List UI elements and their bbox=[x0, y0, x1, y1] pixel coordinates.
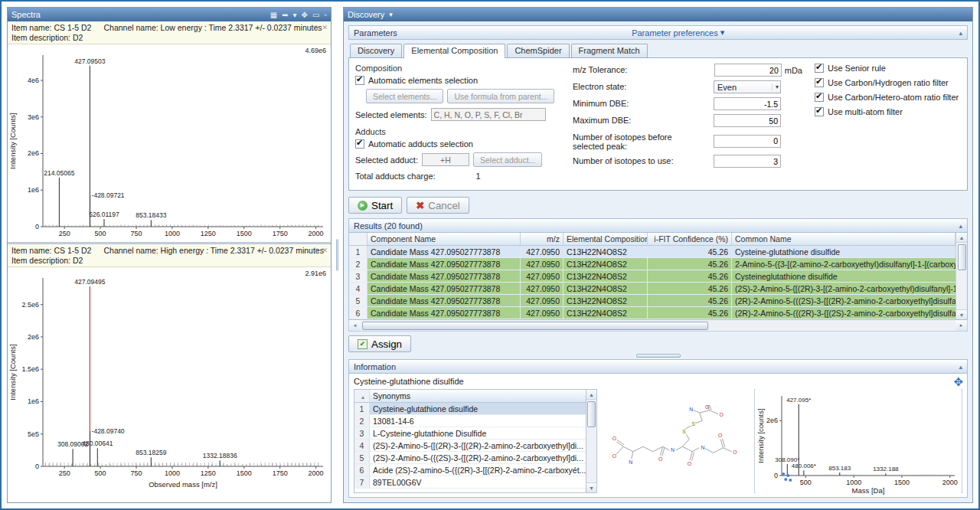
table-row[interactable]: 3 Candidate Mass 427.095027773878 427.09… bbox=[349, 270, 956, 283]
tab-chemspider[interactable]: ChemSpider bbox=[507, 44, 569, 58]
window-minimize-icon[interactable]: ▫ bbox=[324, 11, 327, 19]
collapse-icon[interactable]: ▴ bbox=[959, 29, 962, 37]
parameter-preferences-link[interactable]: Parameter preferences ▾ bbox=[632, 28, 724, 38]
checkbox-checked-icon[interactable]: ✔ bbox=[815, 78, 824, 87]
dropdown-icon[interactable]: ▾ bbox=[389, 11, 393, 18]
checkbox-checked-icon[interactable]: ✔ bbox=[815, 107, 824, 116]
column-mz[interactable]: m/z bbox=[521, 233, 564, 245]
dropdown-icon[interactable]: ▾ bbox=[293, 11, 297, 19]
export-icon[interactable]: ➥ bbox=[282, 11, 288, 19]
hetero-ratio-checkbox-row[interactable]: ✔ Use Carbon/Hetero-atom ratio filter bbox=[815, 93, 961, 102]
close-icon[interactable]: ✕ bbox=[322, 23, 328, 33]
column-common-name[interactable]: Common Name bbox=[732, 233, 956, 245]
mz-tolerance-field[interactable] bbox=[714, 64, 782, 77]
checkbox-checked-icon[interactable]: ✔ bbox=[815, 64, 824, 73]
list-item[interactable]: 4 (2S)-2-Amino-5-{[(2R)-3-{[(2R)-2-amino… bbox=[354, 440, 586, 452]
collapse-icon[interactable]: ▴ bbox=[959, 222, 962, 230]
tab-elemental-composition[interactable]: Elemental Composition bbox=[403, 44, 505, 58]
svg-text:427.095*: 427.095* bbox=[786, 397, 811, 404]
selected-elements-field[interactable] bbox=[431, 108, 546, 121]
elemental-composition-tab-body: Composition ✔ Automatic elements selecti… bbox=[348, 57, 968, 191]
results-vertical-scrollbar[interactable]: ▲ ▼ bbox=[956, 233, 967, 319]
adducts-group: Adducts ✔ Automatic adducts selection Se… bbox=[355, 127, 564, 181]
tab-discovery[interactable]: Discovery bbox=[350, 44, 402, 58]
discovery-title[interactable]: Discovery bbox=[348, 10, 384, 19]
column-ifit-confidence[interactable]: i-FIT Confidence (%) bbox=[648, 233, 732, 245]
ch-ratio-checkbox-row[interactable]: ✔ Use Carbon/Hydrogen ratio filter bbox=[815, 78, 961, 87]
multi-atom-checkbox-row[interactable]: ✔ Use multi-atom filter bbox=[815, 107, 961, 116]
select-elements-button[interactable]: Select elements... bbox=[366, 89, 443, 103]
table-row[interactable]: 2 Candidate Mass 427.095027773878 427.09… bbox=[349, 258, 956, 270]
scroll-up-icon[interactable]: ▲ bbox=[956, 233, 967, 243]
list-item[interactable]: 1 Cysteine-glutathione disulfide bbox=[354, 403, 586, 415]
svg-text:0: 0 bbox=[35, 463, 39, 470]
tab-fragment-match[interactable]: Fragment Match bbox=[571, 44, 648, 58]
low-energy-spectrum-chart[interactable]: 2505007501000125015001750200001e62e63e64… bbox=[8, 44, 331, 242]
synonyms-vertical-scrollbar[interactable]: ▲ ▼ bbox=[586, 389, 597, 493]
scroll-up-icon[interactable]: ▲ bbox=[586, 390, 596, 400]
table-row[interactable]: 4 Candidate Mass 427.095027773878 427.09… bbox=[349, 283, 956, 295]
svg-text:5e5: 5e5 bbox=[28, 430, 39, 438]
minimum-dbe-field[interactable] bbox=[714, 97, 781, 110]
synonyms-table-header[interactable]: ▲ Synonyms bbox=[354, 390, 586, 403]
results-horizontal-scrollbar[interactable]: ◂ ▸ bbox=[348, 320, 968, 332]
close-icon[interactable]: ✕ bbox=[322, 246, 328, 256]
column-elemental-composition[interactable]: Elemental Composition bbox=[564, 233, 648, 245]
move-icon[interactable]: ✥ bbox=[302, 11, 308, 19]
table-row[interactable]: 1 Candidate Mass 427.095027773878 427.09… bbox=[349, 246, 956, 258]
list-item[interactable]: 6 Acide (2S)-2-amino-5-({(2R)-3-[[(2R)-2… bbox=[354, 464, 586, 476]
parameters-section: Parameters Parameter preferences ▾ ▴ Dis… bbox=[348, 25, 968, 214]
isotopes-before-field[interactable] bbox=[714, 135, 781, 148]
item-name: Item name: CS 1-5 D2 bbox=[11, 246, 91, 256]
column-component-name[interactable]: Component Name bbox=[368, 233, 521, 245]
scroll-right-icon[interactable]: ▸ bbox=[956, 320, 967, 331]
auto-elements-checkbox-row[interactable]: ✔ Automatic elements selection bbox=[355, 76, 564, 85]
list-item[interactable]: 3 L-Cysteine-glutathione Disulfide bbox=[354, 427, 586, 440]
information-section: Information ▴ ✥ Cysteine-glutathione dis… bbox=[348, 359, 968, 498]
filters-group: ✔ Use Senior rule ✔ Use Carbon/Hydrogen … bbox=[815, 64, 961, 185]
list-item[interactable]: 2 13081-14-6 bbox=[354, 415, 586, 427]
information-spectrum-chart[interactable]: 50010001500200002e6308.090*427.095*480.0… bbox=[756, 385, 961, 497]
checkbox-checked-icon[interactable]: ✔ bbox=[355, 76, 364, 85]
list-item[interactable]: 7 89TEL00G6V bbox=[354, 476, 586, 489]
auto-adducts-checkbox-row[interactable]: ✔ Automatic adducts selection bbox=[355, 139, 564, 149]
start-button[interactable]: ▶ Start bbox=[348, 197, 402, 214]
electron-state-select[interactable]: Even ▾ bbox=[714, 80, 781, 93]
use-formula-from-parent-button[interactable]: Use formula from parent... bbox=[447, 89, 554, 103]
scrollbar-thumb[interactable] bbox=[587, 401, 596, 427]
panel-splitter[interactable] bbox=[335, 7, 339, 503]
window-restore-icon[interactable]: ▭ bbox=[312, 11, 319, 19]
table-row[interactable]: 6 Candidate Mass 427.095027773878 427.09… bbox=[349, 307, 956, 319]
results-table-header[interactable]: Component Name m/z Elemental Composition… bbox=[349, 233, 956, 246]
collapse-icon[interactable]: ▴ bbox=[959, 363, 962, 371]
checkbox-checked-icon[interactable]: ✔ bbox=[815, 93, 824, 102]
grid-view-icon[interactable]: ▦ bbox=[270, 11, 277, 19]
pin-icon[interactable]: ✳ bbox=[313, 246, 319, 256]
selected-adduct-field[interactable] bbox=[422, 153, 469, 166]
item-description: Item description: D2 bbox=[11, 33, 327, 43]
svg-text:1500: 1500 bbox=[237, 230, 252, 237]
maximum-dbe-field[interactable] bbox=[714, 114, 781, 127]
move-icon[interactable]: ✥ bbox=[953, 375, 963, 389]
scrollbar-thumb[interactable] bbox=[958, 244, 966, 270]
pin-icon[interactable]: ✳ bbox=[313, 23, 319, 33]
list-item[interactable]: 5 (2S)-2-Amino-5-({(2S)-3-{[(2R)-2-amino… bbox=[354, 452, 586, 464]
section-splitter[interactable] bbox=[348, 352, 968, 359]
scroll-down-icon[interactable]: ▼ bbox=[956, 309, 967, 319]
assign-button[interactable]: ✔ Assign bbox=[348, 335, 411, 352]
synonyms-column-header[interactable]: Synonyms bbox=[370, 390, 586, 402]
table-row[interactable]: 5 Candidate Mass 427.095027773878 427.09… bbox=[349, 295, 956, 307]
scroll-down-icon[interactable]: ▼ bbox=[586, 482, 596, 492]
senior-rule-checkbox-row[interactable]: ✔ Use Senior rule bbox=[815, 64, 961, 73]
item-description: Item description: D2 bbox=[11, 256, 327, 266]
channel-name: Channel name: Low energy : Time 2.3317 +… bbox=[103, 23, 322, 33]
composition-group-label: Composition bbox=[355, 64, 564, 73]
high-energy-spectrum-chart[interactable]: 2505007501000125015001750200005e51e61.5e… bbox=[8, 267, 331, 491]
scrollbar-thumb[interactable] bbox=[362, 322, 708, 330]
checkbox-checked-icon[interactable]: ✔ bbox=[355, 139, 364, 149]
svg-text:2000: 2000 bbox=[309, 230, 324, 237]
scroll-left-icon[interactable]: ◂ bbox=[349, 320, 361, 331]
isotopes-to-use-field[interactable] bbox=[714, 155, 781, 168]
cancel-button[interactable]: ✖ Cancel bbox=[407, 197, 469, 214]
select-adduct-button[interactable]: Select adduct... bbox=[473, 152, 542, 167]
